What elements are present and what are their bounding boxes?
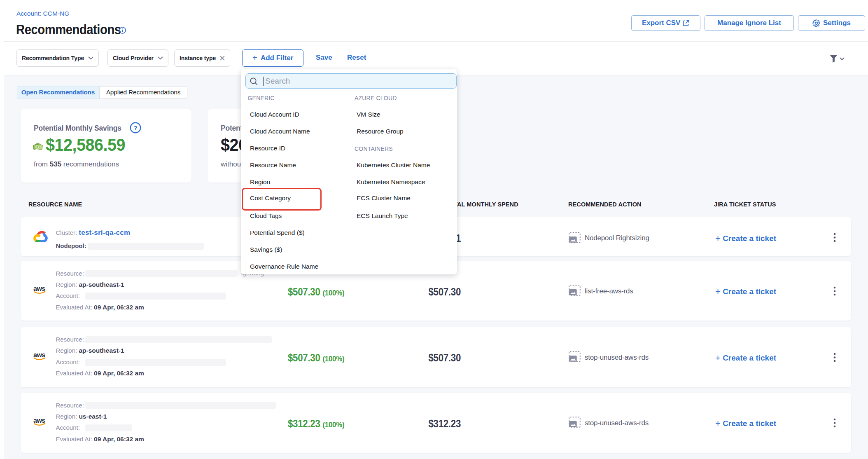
svg-text:aws: aws (33, 352, 45, 358)
svg-text:?: ? (133, 124, 137, 131)
svg-text:aws: aws (33, 417, 45, 424)
svg-text:aws: aws (33, 286, 45, 292)
